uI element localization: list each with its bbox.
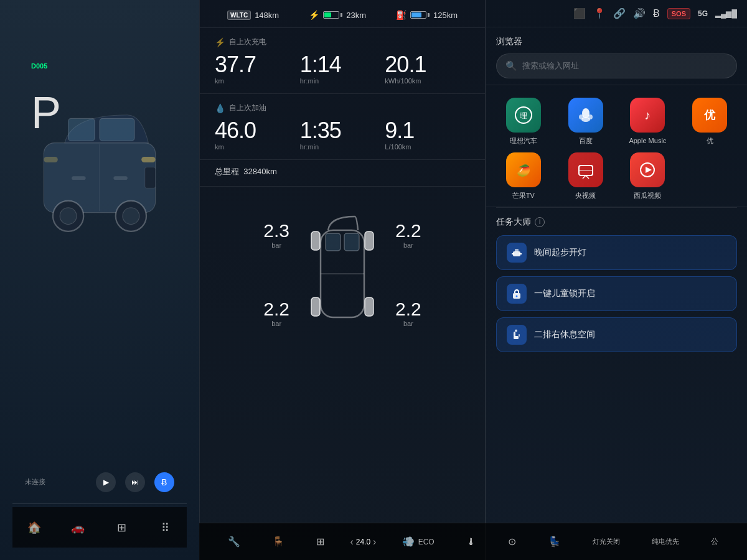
app-youku[interactable]: 优 优 [682, 98, 737, 145]
nav-home[interactable]: 🏠 [23, 516, 45, 539]
svg-point-45 [515, 329, 517, 332]
charge-distance: 37.7 km [215, 54, 300, 85]
task-childlock[interactable]: 一键儿童锁开启 [496, 276, 737, 311]
signal-label: 5G [698, 9, 708, 18]
svg-rect-9 [145, 167, 156, 189]
app-baidu-icon [568, 98, 603, 133]
search-bar[interactable]: 🔍 搜索或输入网址 [496, 54, 737, 78]
electric-range: ⚡ 23km [309, 10, 366, 20]
nav-menu[interactable]: ⠿ [154, 516, 176, 539]
temperature-control: ‹ 24.0 › [350, 536, 376, 548]
bluetooth-button[interactable]: Ƀ [154, 472, 174, 492]
taskbar-more[interactable]: ⊙ [502, 532, 522, 551]
fuel-range: ⛽ 125km [396, 10, 458, 20]
browser-section[interactable]: 浏览器 🔍 搜索或输入网址 [486, 27, 747, 85]
task-seat[interactable]: 二排右休息空间 [496, 317, 737, 352]
svg-point-4 [60, 208, 77, 225]
charge-section: ⚡ 自上次充电 37.7 km 1:14 hr:min 20.1 kWh/100… [200, 28, 485, 94]
seat-heat-right-icon: 💺 [548, 536, 561, 548]
taskbar-climate-left[interactable]: 🪑 [266, 532, 291, 551]
app-mango-label: 芒果TV [512, 191, 535, 200]
app-apple-music[interactable]: ♪ Apple Music [621, 98, 675, 145]
svg-point-41 [516, 295, 518, 297]
charge-distance-unit: km [215, 77, 300, 85]
tire-rear-left-unit: bar [263, 320, 289, 327]
wltc-range: WLTC 148km [227, 11, 279, 20]
task-seat-label: 二排右休息空间 [534, 329, 595, 340]
task-childlock-icon [507, 284, 527, 304]
tire-rear-left-value: 2.2 [263, 299, 289, 320]
location-icon: 📍 [593, 7, 606, 19]
search-icon: 🔍 [505, 60, 517, 72]
fuel-distance-unit: km [215, 143, 300, 151]
play-button[interactable]: ▶ [96, 472, 116, 492]
drive-label: 纯电优先 [652, 537, 679, 546]
svg-rect-17 [365, 297, 374, 316]
app-apple-music-label: Apple Music [629, 136, 666, 145]
app-cctv[interactable]: 央视频 [558, 152, 613, 200]
total-mileage: 总里程 32840km [200, 160, 485, 187]
fuel-efficiency-unit: L/100km [385, 143, 470, 151]
charge-efficiency-value: 20.1 [385, 54, 470, 76]
app-mango-icon: 🥭 [506, 152, 541, 187]
task-childlock-label: 一键儿童锁开启 [534, 288, 595, 299]
fuel-range-value: 125km [433, 11, 458, 20]
app-lixiang[interactable]: 理 理想汽车 [496, 98, 551, 145]
volume-icon: 🔊 [633, 7, 646, 19]
tire-car-outline [308, 212, 377, 336]
wltc-range-value: 148km [255, 11, 279, 20]
left-panel: D005 P [0, 0, 199, 560]
tire-front-left-value: 2.3 [263, 220, 289, 241]
charge-distance-value: 37.7 [215, 54, 300, 76]
info-icon[interactable]: i [535, 217, 545, 227]
taskbar-public[interactable]: 公 [705, 533, 725, 551]
app-mango[interactable]: 🥭 芒果TV [496, 152, 551, 200]
next-button[interactable]: ⏭ [125, 472, 145, 492]
temp-decrease[interactable]: ‹ [350, 536, 353, 548]
battery-fuel-icon [410, 11, 430, 19]
app-xigua[interactable]: 西瓜视频 [621, 152, 675, 200]
screen-cast-icon: ⬛ [573, 7, 586, 19]
more-icon: ⊙ [508, 536, 516, 548]
charge-efficiency-unit: kWh/100km [385, 77, 470, 85]
task-lights[interactable]: 晚间起步开灯 [496, 235, 737, 270]
app-baidu[interactable]: 百度 [558, 98, 613, 145]
nav-apps[interactable]: ⊞ [110, 516, 133, 539]
svg-point-26 [581, 117, 590, 122]
svg-rect-1 [68, 118, 95, 141]
app-cctv-label: 央视频 [575, 191, 596, 200]
settings-icon: 🔧 [228, 536, 240, 548]
tire-front-right-unit: bar [395, 241, 421, 249]
svg-rect-20 [344, 233, 359, 251]
car-illustration [25, 87, 174, 261]
taskbar-climate-right[interactable]: 💺 [542, 532, 567, 551]
taskbar-heat[interactable]: 🌡 [460, 533, 482, 551]
fuel-efficiency-value: 9.1 [385, 119, 470, 142]
task-lights-label: 晚间起步开灯 [534, 247, 586, 258]
taskbar-settings[interactable]: 🔧 [222, 532, 247, 551]
fan-mode: ECO [418, 538, 435, 546]
signal-bars: ▂▄▆█ [715, 9, 737, 18]
app-apple-music-icon: ♪ [630, 98, 665, 133]
taskbar-light[interactable]: 灯光关闭 [586, 533, 626, 550]
svg-rect-14 [311, 231, 320, 250]
task-section: 任务大师 i 晚间起步开灯 一键儿童锁 [486, 208, 747, 367]
charge-stats-row: 37.7 km 1:14 hr:min 20.1 kWh/100km [215, 54, 470, 85]
taskbar-apps[interactable]: ⊞ [310, 532, 331, 551]
not-connected-label: 未连接 [25, 477, 87, 487]
electric-range-value: 23km [346, 11, 366, 20]
taskbar-fan[interactable]: 💨 ECO [396, 532, 441, 551]
tire-values-right: 2.2 bar 2.2 bar [395, 220, 421, 327]
app-lixiang-label: 理想汽车 [510, 136, 537, 145]
app-youku-label: 优 [707, 136, 713, 145]
fuel-stats-row: 46.0 km 1:35 hr:min 9.1 L/100km [215, 119, 470, 151]
fuel-icon: 💧 [215, 103, 225, 113]
nav-car[interactable]: 🚗 [67, 516, 89, 539]
tire-front-right: 2.2 bar [395, 220, 421, 249]
task-master-title: 任务大师 i [496, 217, 737, 228]
fuel-section: 💧 自上次加油 46.0 km 1:35 hr:min 9.1 L/100km [200, 94, 485, 160]
apps-icon: ⊞ [316, 536, 324, 548]
taskbar-drive[interactable]: 纯电优先 [646, 533, 685, 550]
public-label: 公 [711, 536, 718, 547]
temp-increase[interactable]: › [373, 536, 376, 548]
